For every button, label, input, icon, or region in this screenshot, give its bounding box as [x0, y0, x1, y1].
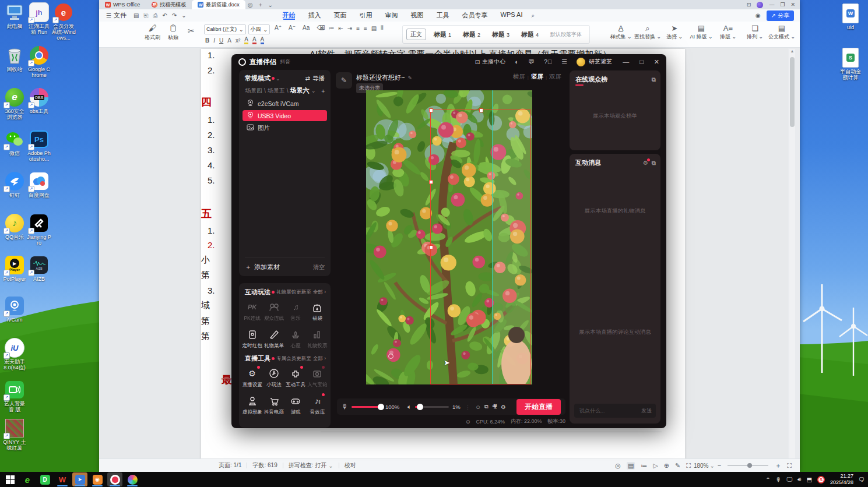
taskbar-wps-app[interactable]: W — [55, 472, 70, 486]
resize-handle[interactable] — [429, 245, 433, 249]
fit-page-icon[interactable]: ⛶ — [686, 462, 691, 470]
chat-input[interactable] — [578, 407, 638, 414]
mode-select[interactable]: 常规模式 — [245, 74, 270, 83]
ribbon-tab-引用[interactable]: 引用 — [353, 11, 379, 20]
menu-icon[interactable]: ☰ — [561, 58, 567, 66]
redo-icon[interactable]: ↷ — [170, 12, 179, 19]
zoom-in-button[interactable]: ＋ — [775, 461, 781, 470]
desktop-icon-potplayer[interactable]: ▶Player↗PotPlayer — [2, 255, 27, 282]
desktop-icon-this-pc[interactable]: 此电脑 — [2, 2, 27, 29]
desktop-icon-chrome[interactable]: ↗Google Chrome — [27, 45, 51, 78]
eye-protect-icon[interactable]: ◎ — [615, 462, 621, 470]
edit-icon[interactable]: ✎ — [407, 75, 412, 81]
taskbar-color-wheel[interactable] — [125, 472, 140, 486]
feature-virtual-avatar[interactable]: 虚拟形象 — [241, 394, 263, 416]
video-preview[interactable]: ➤ — [366, 90, 532, 384]
paragraph-format-icon[interactable]: ⇤ — [338, 25, 343, 31]
orientation-tab-横屏[interactable]: 横屏 — [513, 73, 525, 81]
flip-icon[interactable]: ⧉ — [484, 403, 489, 410]
ribbon-tab-开始[interactable]: 开始 — [276, 11, 302, 20]
page-view-icon[interactable]: ▤ — [627, 462, 635, 470]
orientation-tab-双屏[interactable]: 双屏 — [549, 73, 561, 81]
ribbon-tab-页面[interactable]: 页面 — [328, 11, 353, 20]
paragraph-format-icon[interactable]: ⫴ — [381, 24, 383, 31]
tab-list-icon[interactable]: ⌄ — [266, 2, 275, 8]
maximize-button[interactable]: ❐ — [780, 2, 785, 8]
minimize-button[interactable]: — — [769, 2, 774, 8]
zoom-out-button[interactable]: − — [718, 462, 721, 469]
mic-icon[interactable]: 🎙︎ — [776, 477, 782, 483]
proofread-button[interactable]: 校对 — [345, 461, 356, 470]
notification-center-icon[interactable]: 🗨︎ — [859, 477, 865, 483]
paragraph-format-icon[interactable]: ≡ — [364, 25, 367, 31]
feature-ecommerce[interactable]: 抖音电商 — [263, 394, 284, 416]
edit-title-icon[interactable]: ✎ — [336, 72, 352, 89]
scene-tab-场景五[interactable]: 场景五 — [268, 87, 285, 95]
taskbar-browser-e[interactable]: e — [20, 472, 35, 486]
feature-interact-tool[interactable]: 互动工具 — [285, 367, 307, 389]
add-scene-button[interactable]: ＋ — [320, 87, 326, 95]
resize-handle[interactable] — [429, 180, 433, 184]
ribbon-tab-视图[interactable]: 视图 — [405, 11, 430, 20]
paragraph-format-icon[interactable]: ≣ — [319, 25, 324, 31]
fullscreen-icon[interactable]: ⛶ — [787, 462, 792, 470]
wps-file-tab[interactable]: W最新搭建.docx — [192, 0, 245, 9]
director-button[interactable]: ⇄ 导播 — [305, 75, 325, 83]
desktop-icon-aizb[interactable]: AIZB↗AIZB — [27, 255, 51, 282]
taskbar-clock[interactable]: 21:27 2025/4/28 — [830, 473, 853, 486]
change-case-icon[interactable]: Aa — [300, 24, 312, 34]
feature-mini-game[interactable]: 小玩法 — [263, 367, 284, 389]
layout-switch-icon[interactable]: ⊡ — [747, 2, 751, 8]
desktop-icon-member-system[interactable]: e↗会员分发系统-Windows... — [51, 2, 76, 41]
font-format-icon[interactable]: A — [261, 36, 265, 44]
magnifier-icon[interactable]: ⊖ — [466, 419, 470, 425]
message-settings-gear-icon[interactable]: ⚙ — [643, 160, 648, 166]
stream-title[interactable]: 标题还没有想好~ ✎ — [356, 73, 412, 82]
word-count[interactable]: 字数: 619 — [252, 461, 277, 470]
ribbon-tab-插入[interactable]: 插入 — [302, 11, 328, 20]
feedback-icon[interactable]: 💬︎ — [528, 58, 535, 65]
close-button[interactable]: ✕ — [790, 2, 795, 8]
paragraph-format-icon[interactable]: ⇥ — [347, 25, 352, 31]
ribbon-group-样式集[interactable]: A̲样式集 ⌄ — [607, 24, 634, 41]
search-icon[interactable]: ⌕ — [529, 12, 537, 19]
paste-button[interactable]: 📋︎ 粘贴 — [168, 23, 178, 41]
desktop-icon-recycle-bin[interactable]: 回收站 — [2, 45, 27, 72]
mic-slider[interactable] — [352, 406, 382, 408]
display-icon[interactable]: 🖵 — [787, 476, 793, 483]
feature-lucky-bag[interactable]: 福袋 — [307, 301, 328, 322]
upgrade-icon[interactable]: ◉ — [753, 12, 763, 19]
popout-icon[interactable]: ⧉ — [652, 160, 656, 167]
shrink-font-icon[interactable]: A⁻ — [286, 24, 298, 34]
font-format-icon[interactable]: B — [205, 37, 209, 44]
font-size-select[interactable]: 小四⌄ — [248, 24, 270, 34]
add-material-button[interactable]: ＋ 添加素材 — [245, 263, 280, 271]
source-item-e2eSoft iVCam[interactable]: e2eSoft iVCam — [243, 98, 327, 109]
resize-handle[interactable] — [429, 108, 433, 112]
save-icon[interactable]: ▤ — [131, 12, 141, 19]
desktop-icon-baidu-netdisk[interactable]: ↗百度网盘 — [27, 171, 51, 198]
taskbar-pointer-app[interactable]: ➤ — [72, 472, 87, 486]
zoom-level[interactable]: 180% — [694, 463, 709, 469]
desktop-icon-dingtalk[interactable]: ↗钉钉 — [2, 171, 27, 198]
cut-button[interactable]: ✂ — [188, 26, 195, 36]
ribbon-tab-工具[interactable]: 工具 — [430, 11, 456, 20]
scrollbar-thumb[interactable] — [790, 57, 795, 127]
ribbon-group-选择[interactable]: ➤选择 ⌄ — [661, 24, 688, 41]
desktop-icon-ivcam[interactable]: ↗iVCam — [2, 296, 27, 323]
outline-view-icon[interactable]: ≔ — [641, 462, 647, 470]
style-chip[interactable]: 标题2 — [459, 29, 484, 41]
theme-icon[interactable]: ◐ — [515, 58, 519, 65]
desktop-icon-wechat[interactable]: ↗微信 — [2, 129, 27, 156]
style-chip[interactable]: 标题4 — [517, 29, 543, 41]
paragraph-format-icon[interactable]: ≡ — [356, 25, 360, 31]
feature-live-settings[interactable]: ⚙直播设置 — [241, 367, 263, 389]
font-format-icon[interactable]: A — [227, 37, 231, 44]
font-format-icon[interactable]: U — [219, 37, 223, 44]
feature-game[interactable]: 游戏 — [285, 394, 307, 416]
font-format-icon[interactable]: I — [213, 37, 215, 44]
camera-icon[interactable]: 🎥︎ — [492, 404, 498, 410]
orientation-tab-竖屏[interactable]: 竖屏 — [531, 73, 543, 81]
taskbar-start[interactable] — [2, 472, 17, 486]
desktop-icon-obs[interactable]: OBS↗obs工具 — [27, 87, 51, 114]
